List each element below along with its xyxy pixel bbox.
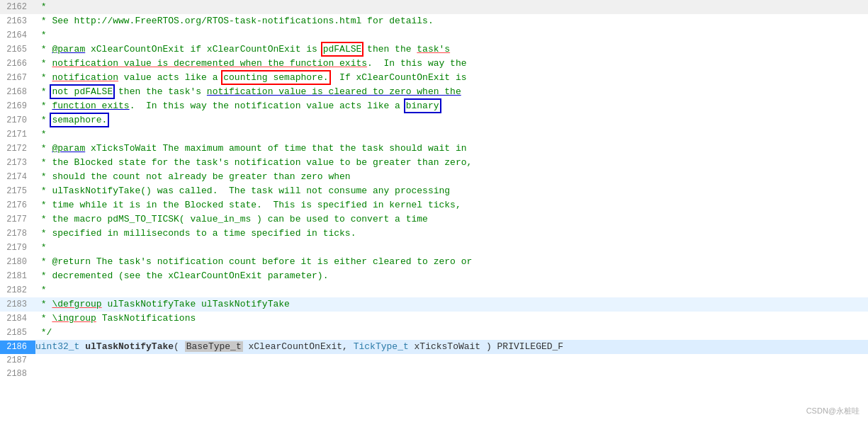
table-row: 2188 xyxy=(0,367,868,381)
line-number: 2182 xyxy=(0,284,35,297)
line-content: * xyxy=(35,0,868,13)
line-number: 2187 xyxy=(0,354,35,367)
line-number: 2174 xyxy=(0,171,35,184)
table-row: 2164 * xyxy=(0,28,868,42)
line-content: * should the count not already be greate… xyxy=(35,170,868,183)
line-content: * semaphore. xyxy=(35,113,868,127)
line-content: * notification value acts like a countin… xyxy=(35,71,868,84)
table-row: 2165 * @param xClearCountOnExit if xClea… xyxy=(0,42,868,57)
line-number: 2172 xyxy=(0,142,35,156)
line-number: 2179 xyxy=(0,241,35,255)
line-number: 2177 xyxy=(0,213,35,227)
table-row: 2162 * xyxy=(0,0,868,14)
line-number: 2181 xyxy=(0,270,35,283)
line-number: 2162 xyxy=(0,1,35,14)
line-number: 2178 xyxy=(0,227,35,241)
line-number: 2183 xyxy=(0,298,35,312)
line-content: */ xyxy=(35,326,868,339)
line-content: * \ingroup TaskNotifications xyxy=(35,312,868,325)
line-number: 2167 xyxy=(0,72,35,85)
line-number: 2185 xyxy=(0,326,35,340)
line-content: * notification value is decremented when… xyxy=(35,57,868,70)
line-number: 2186 xyxy=(0,341,35,354)
table-row: 2171 * xyxy=(0,127,868,142)
line-number: 2163 xyxy=(0,15,35,28)
line-content: * @param xClearCountOnExit if xClearCoun… xyxy=(35,42,868,56)
line-content: * time while it is in the Blocked state.… xyxy=(35,198,868,212)
table-row: 2175 * ulTaskNotifyTake() was called. Th… xyxy=(0,184,868,198)
line-number: 2176 xyxy=(0,199,35,212)
line-number: 2166 xyxy=(0,57,35,71)
line-content: * the macro pdMS_TO_TICSK( value_in_ms )… xyxy=(35,212,868,226)
table-row: 2163 * See http://www.FreeRTOS.org/RTOS-… xyxy=(0,14,868,28)
table-row: 2181 * decremented (see the xClearCountO… xyxy=(0,269,868,283)
table-row: 2176 * time while it is in the Blocked s… xyxy=(0,198,868,212)
line-content: * See http://www.FreeRTOS.org/RTOS-task-… xyxy=(35,14,868,28)
table-row: 2172 * @param xTicksToWait The maximum a… xyxy=(0,142,868,156)
code-container: 2162 *2163 * See http://www.FreeRTOS.org… xyxy=(0,0,868,422)
line-number: 2173 xyxy=(0,156,35,170)
table-row: 2177 * the macro pdMS_TO_TICSK( value_in… xyxy=(0,212,868,227)
table-row: 2170 * semaphore. xyxy=(0,113,868,127)
line-content: * xyxy=(35,28,868,42)
line-content: * not pdFALSE then the task's notificati… xyxy=(35,85,868,98)
line-content: * specified in milliseconds to a time sp… xyxy=(35,227,868,240)
line-content: uint32_t ulTaskNotifyTake( BaseType_t xC… xyxy=(35,340,868,353)
watermark: CSDN@永桩哇 xyxy=(806,406,859,416)
line-content: * ulTaskNotifyTake() was called. The tas… xyxy=(35,184,868,198)
line-content: * xyxy=(35,283,868,297)
line-number: 2164 xyxy=(0,29,35,42)
line-content: * xyxy=(35,241,868,254)
line-content: * function exits. In this way the notifi… xyxy=(35,99,868,113)
line-content: * the Blocked state for the task's notif… xyxy=(35,156,868,169)
table-row: 2182 * xyxy=(0,283,868,297)
table-row: 2184 * \ingroup TaskNotifications xyxy=(0,312,868,326)
table-row: 2185 */ xyxy=(0,326,868,340)
line-content: * \defgroup ulTaskNotifyTake ulTaskNotif… xyxy=(35,297,868,311)
line-number: 2171 xyxy=(0,128,35,142)
table-row: 2166 * notification value is decremented… xyxy=(0,57,868,71)
table-row: 2180 * @return The task's notification c… xyxy=(0,255,868,269)
line-number: 2180 xyxy=(0,256,35,269)
line-number: 2188 xyxy=(0,367,35,381)
line-number: 2165 xyxy=(0,43,35,57)
line-number: 2168 xyxy=(0,86,35,99)
table-row: 2178 * specified in milliseconds to a ti… xyxy=(0,227,868,241)
table-row: 2168 * not pdFALSE then the task's notif… xyxy=(0,85,868,99)
line-number: 2184 xyxy=(0,312,35,326)
table-row: 2179 * xyxy=(0,241,868,255)
line-number: 2170 xyxy=(0,114,35,127)
table-row: 2183 * \defgroup ulTaskNotifyTake ulTask… xyxy=(0,297,868,312)
line-content: * @return The task's notification count … xyxy=(35,255,868,268)
line-number: 2175 xyxy=(0,185,35,198)
table-row: 2173 * the Blocked state for the task's … xyxy=(0,156,868,170)
table-row: 2167 * notification value acts like a co… xyxy=(0,71,868,85)
table-row: 2169 * function exits. In this way the n… xyxy=(0,99,868,113)
table-row: 2187 xyxy=(0,354,868,367)
line-number: 2169 xyxy=(0,100,35,113)
table-row: 2186uint32_t ulTaskNotifyTake( BaseType_… xyxy=(0,340,868,354)
line-content: * xyxy=(35,127,868,141)
line-content: * @param xTicksToWait The maximum amount… xyxy=(35,142,868,155)
table-row: 2174 * should the count not already be g… xyxy=(0,170,868,184)
line-content: * decremented (see the xClearCountOnExit… xyxy=(35,269,868,283)
